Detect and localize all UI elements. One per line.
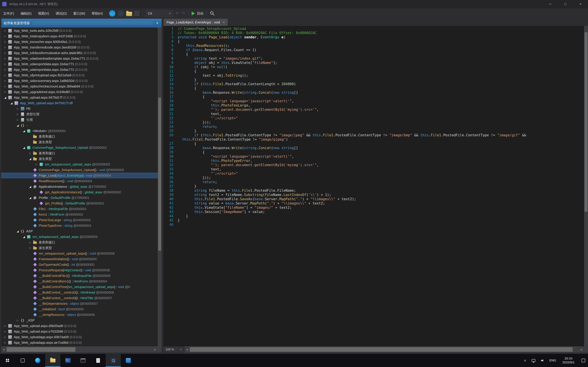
taskbar-edge[interactable] [30,354,45,367]
tree-item[interactable]: ▷App_Web_udadownloadtemplate.aspx.1b4ac7… [1,56,158,61]
tree-item[interactable]: ◢ApplicationInstance : global_asax @1700… [1,184,158,189]
tree-item[interactable]: 派生类型 [1,139,158,145]
expander-icon[interactable]: ▷ [28,241,33,244]
code-line[interactable]: 10 if (obj != null) [164,65,584,69]
hidden-icons-chevron[interactable]: ∧ [521,359,529,362]
code-line[interactable]: 33 text, [164,167,584,171]
tree-item[interactable]: ▷App_Web_ufprintupload.aspx.fb21a5a9 (0.… [1,72,158,78]
tree-item[interactable]: ▷类型引用 [1,111,158,117]
expander-icon[interactable]: ▷ [3,41,8,43]
tree-item[interactable]: GetTypeHashCode() : int @0600000D [1,262,158,267]
expander-icon[interactable]: ▷ [3,336,8,338]
code-line[interactable]: 24 return; [164,125,584,129]
navigate-forward-button[interactable]: → [118,10,124,17]
code-line[interactable]: 20 "'); parent.document.getElementById('… [164,108,584,112]
code-line[interactable]: 34 "';</script>" [164,171,584,176]
code-line[interactable]: 29 { [164,150,584,154]
scroll-left-icon[interactable]: ◀ [185,348,190,351]
tree-item[interactable]: ▷App_Web_uidocsummary.aspx.1a8b032d (0.0… [1,78,158,83]
tree-item[interactable]: __stringResource : object @04000006 [1,312,158,317]
undo-button[interactable]: ↶ [175,11,179,16]
expander-icon[interactable]: ▷ [15,107,20,110]
scroll-right-icon[interactable]: ▶ [153,348,158,351]
tree-item[interactable]: ▷App_Web_transferredcode.aspx.3eed0339 (… [1,45,158,50]
expander-icon[interactable]: ▷ [3,325,8,327]
expander-icon[interactable]: ◢ [22,235,26,238]
menu-item-5[interactable]: 帮助(H) [88,8,106,19]
code-area[interactable]: 1// CommonPage_SetupAccount_Upload2// To… [163,26,584,346]
tree-item[interactable]: ◢派生类型 [1,156,158,162]
expander-icon[interactable]: ▷ [3,341,8,344]
tree-item[interactable]: ▷App_Web_totalcopybom.aspx.44372408 (0.0… [1,33,158,39]
redo-button[interactable]: ↷ [182,11,185,16]
tree-item[interactable]: ▷App_Web_udaexportdata.aspx.1b4ac771 (0.… [1,61,158,67]
code-line[interactable]: 19 this.PhotoTooLarge, [164,103,584,108]
tree-item[interactable]: get_Profile() : DefaultProfile @06000001 [1,200,158,206]
expander-icon[interactable]: ◢ [28,157,33,160]
panel-close-button[interactable]: × [155,21,159,25]
code-line[interactable]: 14 if (this.File1.PostedFile.ContentLeng… [164,82,584,86]
assembly-tree[interactable]: ▷App_Web_tools.ashx.42fe208f (0.0.0.0)▷A… [1,27,158,346]
code-line[interactable]: 16 base.Response.Write(string.Concat(new… [164,91,584,95]
expander-icon[interactable]: ▷ [3,46,8,49]
tree-item[interactable]: ▷App_Web_tovoucher.aspx.600549a1 (0.0.0.… [1,39,158,45]
code-line[interactable]: 8 string text = "images/index.gif"; [164,56,584,61]
save-all-button[interactable] [134,11,139,16]
taskbar-app[interactable] [121,354,136,367]
expander-icon[interactable]: ▷ [3,52,8,54]
tree-item[interactable]: Page_Load(object, EventArgs) : void @060… [1,173,158,178]
expander-icon[interactable]: ◢ [15,230,20,233]
tree-item[interactable]: ▷App_Web_tufobusiformulavalue.ashx.dade3… [1,50,158,56]
minimize-button[interactable]: ─ [543,0,558,8]
code-line[interactable]: 17 { [164,95,584,99]
code-line[interactable]: 42 this.ViewState["fileName"] = "images/… [164,205,584,210]
editor-tab[interactable]: Page_Load(object, EventArgs) : void × [164,19,228,26]
code-line[interactable]: 37 } [164,184,584,188]
code-line[interactable]: 46 [164,223,584,227]
tree-item[interactable]: ◢- [1,123,158,128]
open-file-button[interactable] [126,12,132,16]
tree-item[interactable]: __BuildControlFile1() : HtmlInputFile @0… [1,273,158,279]
code-line[interactable]: 13 } [164,78,584,82]
expander-icon[interactable]: ▷ [3,68,8,71]
code-line[interactable]: 36 return; [164,180,584,184]
menu-item-3[interactable]: 调试(D) [52,8,70,19]
code-line[interactable]: 5 this.ReadResources(); [164,44,584,48]
tab-close-icon[interactable]: × [223,20,225,24]
tree-item[interactable]: ▷App_Web_uploadapp.aspx.60b7aa09 (0.0.0.… [1,334,158,340]
expander-icon[interactable]: ▷ [3,79,8,82]
tree-item[interactable]: ◢ASP [1,228,158,234]
network-tray-button[interactable] [529,354,538,367]
menu-item-4[interactable]: 窗口(W) [70,8,88,19]
tree-item[interactable]: __BuildControl__control3() : HtmlTitle @… [1,295,158,301]
code-line[interactable]: 39 string text2 = fileName.Substring(fil… [164,193,584,197]
start-button[interactable] [0,354,15,367]
expander-icon[interactable]: ◢ [3,96,8,99]
expander-icon[interactable]: ▷ [3,57,8,60]
tree-item[interactable]: File1 : HtmlInputFile @04000001 [1,206,158,212]
action-center-button[interactable] [579,354,588,367]
code-line[interactable]: 22 "';</script>" [164,116,584,120]
code-line[interactable]: 31 this.PhotoTypeError, [164,158,584,163]
tree-item[interactable]: form1 : HtmlForm @04000002 [1,212,158,217]
tree-item[interactable]: ▷App_Web_uipbscheckaccount.aspx.3bfaab94… [1,83,158,89]
code-line[interactable]: 23 })); [164,120,584,125]
expander-icon[interactable]: ▷ [28,247,33,249]
navigate-back-button[interactable]: ← [109,10,115,17]
close-button[interactable]: × [573,0,588,8]
expander-icon[interactable]: ◢ [22,129,26,133]
code-line[interactable]: 27 { [164,142,584,146]
tree-item[interactable]: ProcessRequest(HttpContext) : void @0600… [1,267,158,273]
expander-icon[interactable]: ◢ [22,146,26,149]
code-line[interactable]: 3protected void Page_Load(object sender,… [164,35,584,39]
tree-item[interactable]: ▷基类和接口 [1,240,158,245]
tree-item[interactable]: PhotoTypeError : string @04000004 [1,223,158,228]
scrollbar-thumb[interactable] [585,32,588,212]
clock[interactable]: 20:10 2022/9/1 [558,357,579,364]
code-line[interactable]: 9 object obj = this.ViewState["fileName"… [164,61,584,65]
taskbar-terminal[interactable] [76,354,91,367]
task-view-button[interactable] [15,354,30,367]
scrollbar-thumb[interactable] [158,98,161,251]
tree-item[interactable]: ◢sm_setupaccount_upload_aspx @02000003 [1,234,158,240]
tree-item[interactable]: __BuildControlTree(sm_setupaccount_uploa… [1,284,158,290]
